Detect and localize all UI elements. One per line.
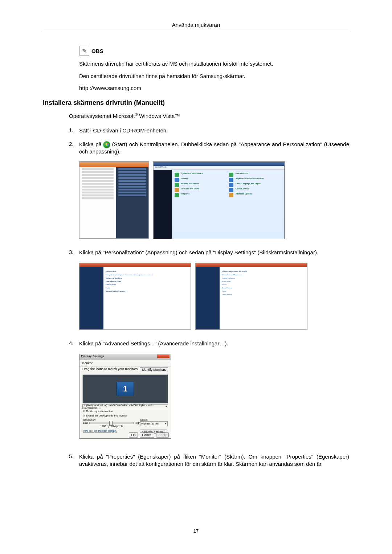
cp-hardware: Hardware and Sound bbox=[181, 188, 227, 192]
step-2-num: 2. bbox=[69, 141, 79, 156]
note-label: OBS bbox=[91, 48, 103, 54]
chk-main-monitor[interactable]: ☑ This is my main monitor bbox=[79, 409, 171, 414]
cp-user: User Accounts bbox=[236, 173, 281, 177]
ds-tab-monitor[interactable]: Monitor bbox=[79, 360, 171, 366]
paragraph-cert: Skärmens drivrutin har certifierats av M… bbox=[79, 60, 349, 67]
cancel-button[interactable]: Cancel bbox=[140, 432, 154, 438]
step-4-num: 4. bbox=[69, 340, 79, 347]
cp-security: Security bbox=[181, 178, 227, 182]
step-2-pre: Klicka på bbox=[79, 141, 103, 147]
cp-additional: Additional Options bbox=[236, 193, 281, 197]
chk-extend-desktop[interactable]: ☑ Extend the desktop onto this monitor bbox=[79, 414, 171, 418]
address-bar: Control Panel ▸ bbox=[154, 166, 284, 170]
ok-button[interactable]: OK bbox=[129, 432, 138, 438]
step-2-post: (Start) och Kontrollpanelen. Dubbelklick… bbox=[79, 141, 349, 155]
colors-label: Colors: bbox=[140, 419, 168, 421]
cp-network: Network and Internet bbox=[181, 183, 227, 187]
cp-system: System and Maintenance bbox=[181, 173, 227, 177]
identify-monitors-button[interactable]: Identify Monitors bbox=[140, 367, 168, 372]
resolution-slider[interactable] bbox=[89, 422, 134, 424]
page-number: 17 bbox=[0, 528, 392, 534]
ds-title: Display Settings bbox=[81, 354, 105, 360]
screenshot-start-menu bbox=[79, 162, 149, 239]
res-low: Low bbox=[83, 422, 88, 424]
screenshot-control-panel: Control Panel ▸ System and Maintenance U… bbox=[153, 162, 285, 239]
paragraph-site: Den certifierade drivrutinen finns på he… bbox=[79, 73, 349, 80]
os-line: Operativsystemet Microsoft® Windows Vist… bbox=[69, 112, 349, 119]
ds-monitor-1[interactable]: 1 bbox=[117, 382, 134, 396]
os-pre: Operativsystemet Microsoft bbox=[69, 113, 135, 119]
section-title: Installera skärmens drivrutin (Manuellt) bbox=[43, 99, 349, 107]
res-high: High bbox=[135, 422, 140, 424]
ds-monitor-area[interactable]: 1 bbox=[82, 374, 168, 403]
screenshot-personalization-right: Personalize appearance and sounds Window… bbox=[195, 263, 307, 330]
note-icon: ✎ bbox=[79, 46, 89, 56]
cp-ease: Ease of Access bbox=[236, 188, 281, 192]
page-header: Använda mjukvaran bbox=[43, 22, 349, 29]
ds-monitor-select[interactable]: 1. (Multiple Monitors) on NVIDIA GeForce… bbox=[82, 404, 168, 409]
screenshot-appearance-panel-left: Personalization Change desktop backgroun… bbox=[79, 263, 191, 330]
paragraph-url: http ://www.samsung.com bbox=[79, 85, 349, 92]
step-5-num: 5. bbox=[69, 453, 79, 468]
ds-drag-label: Drag the icons to match your monitors. bbox=[82, 367, 139, 372]
os-post: Windows Vista™ bbox=[138, 113, 180, 119]
cp-programs: Programs bbox=[181, 193, 227, 197]
step-3-num: 3. bbox=[69, 249, 79, 256]
screenshot-display-settings-dialog: Display Settings Monitor Drag the icons … bbox=[79, 354, 171, 439]
apply-button[interactable]: Apply bbox=[156, 432, 169, 438]
cp-appearance: Appearance and Personalization bbox=[236, 178, 281, 182]
step-4-text: Klicka på "Advanced Settings..." (Avance… bbox=[79, 340, 349, 347]
step-1-num: 1. bbox=[69, 127, 79, 134]
step-3-text: Klicka på "Personalization" (Anpassning)… bbox=[79, 249, 349, 256]
step-5-text: Klicka på "Properties" (Egenskaper) på f… bbox=[79, 453, 349, 468]
step-2-text: Klicka på (Start) och Kontrollpanelen. D… bbox=[79, 141, 349, 156]
cp-clock: Clock, Language, and Region bbox=[236, 183, 281, 187]
close-icon[interactable] bbox=[157, 354, 170, 358]
help-link[interactable]: How do I get the best display? bbox=[83, 430, 117, 434]
step-1-text: Sätt i CD-skivan i CD-ROM-enheten. bbox=[79, 127, 349, 134]
registered-mark: ® bbox=[135, 112, 138, 116]
header-divider bbox=[43, 31, 349, 31]
chevron-down-icon: ▾ bbox=[166, 405, 167, 408]
colors-select[interactable]: Highest (32 bit)▾ bbox=[140, 421, 168, 426]
chevron-down-icon: ▾ bbox=[165, 422, 167, 425]
windows-start-icon bbox=[103, 141, 110, 148]
